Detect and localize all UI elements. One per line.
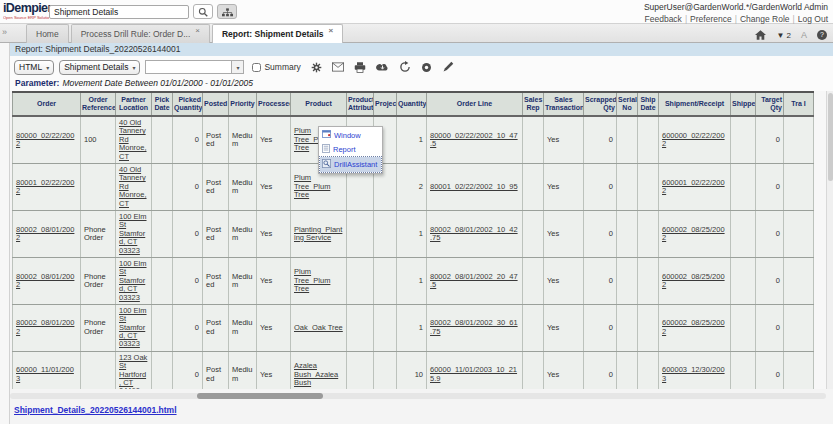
drill-link[interactable]: 80000_02/22/2002_10_47.5	[430, 131, 518, 148]
drill-link[interactable]: 600001_02/22/2002	[662, 178, 725, 195]
drill-link[interactable]: 80002_08/01/2002	[16, 225, 74, 242]
report-find-combo[interactable]	[145, 60, 231, 74]
feedback-link[interactable]: Feedback	[645, 14, 682, 24]
drill-link[interactable]: 123 Oak St Hartford, CT 04460	[119, 353, 147, 389]
column-header[interactable]: Scrapped Qty	[584, 92, 617, 116]
sitemap-icon	[222, 3, 233, 21]
table-cell: 60000_11/01/2003	[13, 351, 81, 389]
menu-item-window[interactable]: Window	[320, 128, 381, 142]
drill-link[interactable]: 600003_12/30/2003	[662, 365, 725, 382]
preference-link[interactable]: Preference	[690, 14, 732, 24]
combo-dropdown-button[interactable]: ▾	[231, 60, 244, 74]
drill-link[interactable]: 40 Old Tannery Rd Monroe, CT	[119, 165, 147, 208]
column-header[interactable]: Sales Rep	[523, 92, 544, 116]
font-size-button[interactable]: A	[801, 30, 807, 40]
drill-link[interactable]: Planting_Planting Service	[294, 225, 342, 242]
print-icon[interactable]	[354, 62, 366, 73]
drill-link[interactable]: 600002_08/25/2002	[662, 225, 725, 242]
archive-icon[interactable]	[421, 62, 432, 73]
column-header[interactable]: Posted	[203, 92, 229, 116]
column-header[interactable]: Processed	[257, 92, 291, 116]
summary-checkbox-group: Summary	[252, 62, 300, 72]
report-file-link[interactable]: Shipment_Details_20220526144001.html	[14, 405, 177, 415]
table-cell	[617, 257, 638, 304]
drill-link[interactable]: 100 Elm St Stamford, CT 03323	[119, 212, 147, 255]
column-header[interactable]: Picked Quantity	[173, 92, 203, 116]
tab-home[interactable]: Home	[26, 24, 69, 43]
column-header[interactable]: Priority	[229, 92, 257, 116]
horizontal-scrollbar-thumb[interactable]	[197, 393, 323, 399]
menu-tree-button[interactable]	[217, 4, 237, 19]
drill-link[interactable]: Plum Tree_Plum Tree	[294, 173, 330, 199]
drill-link[interactable]: 80002_08/01/2002_30_61.75	[430, 318, 518, 335]
column-header[interactable]: Shipment/Receipt	[659, 92, 731, 116]
drill-link[interactable]: 80002_08/01/2002	[16, 272, 74, 289]
drill-link[interactable]: 80002_08/01/2002	[16, 318, 74, 335]
column-header[interactable]: Serial No	[617, 92, 638, 116]
column-header[interactable]: Order	[13, 92, 81, 116]
open-windows-dropdown[interactable]: ▼ 2	[776, 31, 791, 40]
column-header[interactable]: Order Line	[427, 92, 523, 116]
expand-sidebar-button[interactable]: »	[2, 27, 7, 37]
column-header[interactable]: Product Attribute	[347, 92, 374, 116]
table-cell: Planting_Planting Service	[291, 211, 347, 258]
column-header[interactable]: Ship Date	[638, 92, 659, 116]
table-cell	[374, 257, 397, 304]
drill-link[interactable]: 60000_11/01/2003_10_215.9	[430, 365, 517, 382]
column-header[interactable]: Order Reference	[81, 92, 116, 116]
column-header[interactable]: Product	[291, 92, 347, 116]
drill-link[interactable]: 600002_08/25/2002	[662, 272, 725, 289]
drill-link[interactable]: Plum Tree_Plum Tree	[294, 267, 330, 293]
drill-link[interactable]: 80000_02/22/2002	[16, 131, 74, 148]
close-tab-icon[interactable]: ×	[195, 25, 200, 37]
vertical-scrollbar[interactable]	[826, 91, 833, 389]
drill-link[interactable]: 80002_08/01/2002_20_47.5	[430, 272, 518, 289]
global-search-input[interactable]	[49, 5, 189, 19]
drill-link[interactable]: Azalea Bush_Azalea Bush	[294, 361, 338, 387]
column-header[interactable]: Shipper	[731, 92, 756, 116]
change-role-link[interactable]: Change Role	[740, 14, 790, 24]
horizontal-scrollbar[interactable]	[10, 393, 826, 399]
column-header[interactable]: Partner Location	[116, 92, 152, 116]
edit-pencil-icon[interactable]	[442, 61, 454, 73]
column-header[interactable]: Quantity	[397, 92, 427, 116]
close-tab-icon[interactable]: ×	[329, 25, 334, 37]
refresh-icon[interactable]	[399, 61, 411, 73]
logout-link[interactable]: Log Out	[798, 14, 828, 24]
menu-item-drillassistant[interactable]: DrillAssistant	[320, 157, 381, 172]
drill-link[interactable]: 100 Elm St Stamford, CT 03323	[119, 306, 147, 349]
tab-process-drill-rule[interactable]: Process Drill Rule: Order D...×	[71, 24, 210, 43]
drill-link[interactable]: Oak_Oak Tree	[294, 323, 343, 332]
table-cell: Medium	[229, 257, 257, 304]
help-icon[interactable]: ?	[817, 30, 827, 40]
drill-link[interactable]: 100 Elm St Stamford, CT 03323	[119, 259, 147, 302]
vertical-scrollbar-thumb[interactable]	[828, 93, 833, 181]
table-cell: 0	[584, 116, 617, 163]
drill-link[interactable]: 80002_08/01/2002_10_42.75	[430, 225, 518, 242]
report-view-select[interactable]: Shipment Details▾	[59, 60, 140, 75]
export-cloud-download-icon[interactable]	[376, 62, 389, 72]
column-header[interactable]: Sales Transaction	[544, 92, 584, 116]
column-header[interactable]: Pick Date	[152, 92, 173, 116]
drill-link[interactable]: 80001_02/22/2002	[16, 178, 74, 195]
column-header[interactable]: Project	[374, 92, 397, 116]
drill-link[interactable]: 600002_08/25/2002	[662, 318, 725, 335]
tab-bar: » Home Process Drill Rule: Order D...× R…	[0, 24, 833, 43]
summary-checkbox[interactable]	[252, 63, 261, 72]
send-mail-icon[interactable]	[332, 62, 344, 72]
table-cell: Yes	[257, 351, 291, 389]
drill-link[interactable]: 600000_02/22/2002	[662, 131, 725, 148]
drill-link[interactable]: 40 Old Tannery Rd Monroe, CT	[119, 118, 147, 161]
drill-link[interactable]: 80001_02/22/2002_10_95	[430, 182, 518, 191]
column-header[interactable]: Target Qty	[756, 92, 784, 116]
report-toolbar: HTML▾ Shipment Details▾ ▾ Summary	[10, 56, 833, 78]
format-select[interactable]: HTML▾	[14, 60, 54, 75]
drill-link[interactable]: 60000_11/01/2003	[16, 365, 74, 382]
home-icon[interactable]	[755, 26, 766, 44]
table-cell	[347, 257, 374, 304]
gear-icon[interactable]	[311, 62, 322, 73]
column-header[interactable]: Tra I	[784, 92, 814, 116]
tab-report-shipment-details[interactable]: Report: Shipment Details×	[212, 24, 343, 43]
search-button[interactable]	[193, 4, 213, 19]
menu-item-report[interactable]: Report	[320, 142, 381, 157]
